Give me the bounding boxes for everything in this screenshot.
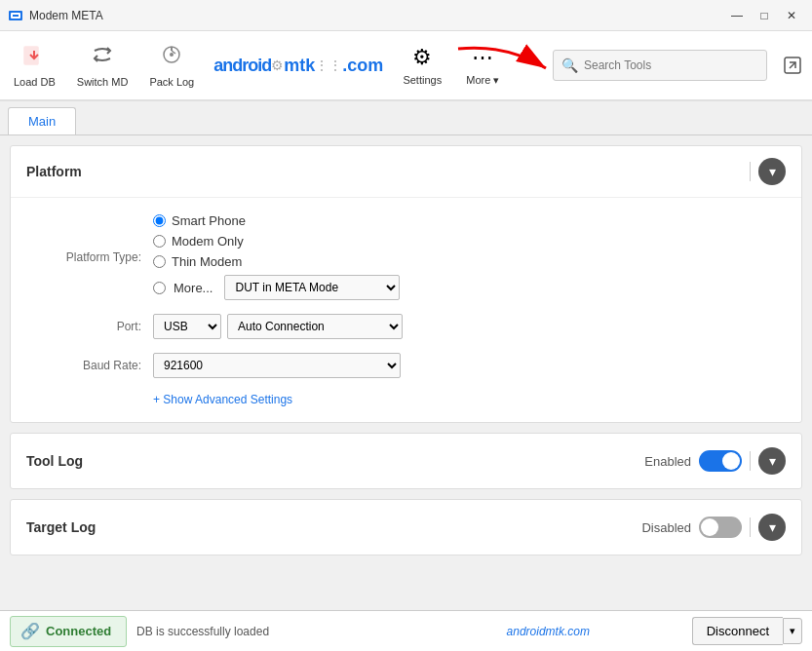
search-box[interactable]: 🔍 (553, 50, 767, 81)
baud-rate-label: Baud Rate: (34, 359, 141, 372)
status-message: DB is successfully loaded (136, 625, 405, 638)
tool-log-divider (750, 451, 751, 471)
port-row: Port: USB Auto Connection (34, 314, 778, 339)
status-logo: androidmtk.com (414, 625, 682, 638)
title-bar: Modem META — □ ✕ (0, 0, 812, 31)
toolbar: Load DB Switch MD (0, 31, 812, 101)
disconnect-button[interactable]: Disconnect (692, 617, 783, 645)
radio-modem-only[interactable]: Modem Only (153, 234, 400, 249)
panel-divider (750, 162, 751, 181)
load-db-icon (22, 43, 46, 72)
tool-log-panel: Tool Log Enabled ▾ (10, 433, 802, 489)
toolbar-load-db[interactable]: Load DB (4, 34, 65, 96)
load-db-label: Load DB (14, 76, 56, 88)
search-input[interactable] (584, 58, 758, 72)
platform-type-row: Platform Type: Smart Phone (34, 213, 778, 300)
radio-more-row: More... DUT in META Mode (153, 275, 400, 300)
disconnect-dropdown-button[interactable]: ▾ (783, 618, 802, 644)
tool-log-header: Tool Log Enabled ▾ (11, 434, 801, 488)
target-log-panel: Target Log Disabled ▾ (10, 499, 802, 555)
radio-modem-only-label: Modem Only (172, 234, 244, 249)
toolbar-more[interactable]: ⋯ More ▾ (453, 34, 512, 96)
radio-modem-only-input[interactable] (153, 235, 166, 248)
auto-connection-select[interactable]: Auto Connection (227, 314, 403, 339)
target-log-toggle[interactable] (699, 517, 742, 538)
platform-panel-body: Platform Type: Smart Phone (11, 198, 801, 422)
toolbar-switch-md[interactable]: Switch MD (67, 34, 138, 96)
baud-rate-row: Baud Rate: 921600 (34, 353, 778, 378)
search-icon: 🔍 (561, 57, 578, 73)
switch-md-label: Switch MD (77, 76, 129, 88)
minimize-button[interactable]: — (724, 5, 750, 26)
tool-log-toggle[interactable] (699, 450, 742, 472)
maximize-button[interactable]: □ (752, 5, 777, 26)
main-content: Platform ▾ Platform Type: S (0, 135, 812, 610)
advanced-settings-link[interactable]: + Show Advanced Settings (153, 393, 292, 406)
target-log-header: Target Log Disabled ▾ (11, 500, 801, 555)
target-log-divider (750, 517, 751, 537)
settings-label: Settings (403, 74, 442, 86)
target-log-status: Disabled (641, 520, 691, 535)
radio-smart-phone[interactable]: Smart Phone (153, 213, 400, 228)
radio-smart-phone-label: Smart Phone (172, 213, 246, 228)
tool-log-expand-btn[interactable]: ▾ (758, 447, 786, 475)
platform-panel-header: Platform ▾ (11, 146, 801, 198)
tab-main[interactable]: Main (8, 107, 76, 134)
platform-panel-toggle[interactable]: ▾ (758, 158, 786, 185)
tabs-bar: Main (0, 101, 812, 135)
tool-log-status: Enabled (644, 454, 691, 469)
port-select[interactable]: USB (153, 314, 221, 339)
window-title: Modem META (29, 9, 724, 22)
radio-more-input[interactable] (153, 282, 166, 294)
close-button[interactable]: ✕ (779, 5, 804, 26)
export-button[interactable] (777, 50, 808, 81)
connected-icon: 🔗 (20, 622, 40, 640)
svg-rect-2 (13, 15, 19, 17)
app-icon (8, 8, 23, 23)
pack-log-label: Pack Log (149, 76, 194, 88)
baud-rate-select[interactable]: 921600 (153, 353, 401, 378)
more-icon: ⋯ (472, 45, 493, 70)
target-log-title: Target Log (26, 519, 641, 535)
radio-more-label: More... (174, 281, 213, 295)
radio-thin-modem[interactable]: Thin Modem (153, 254, 400, 269)
pack-log-icon (160, 43, 183, 72)
radio-thin-modem-input[interactable] (153, 255, 166, 268)
port-group: USB Auto Connection (153, 314, 403, 339)
platform-type-options: Smart Phone Modem Only T (153, 213, 400, 300)
switch-md-icon (91, 43, 114, 72)
target-log-expand-btn[interactable]: ▾ (758, 514, 786, 541)
connected-label: Connected (46, 624, 111, 638)
window-controls: — □ ✕ (724, 5, 804, 26)
settings-icon: ⚙ (412, 45, 432, 70)
status-bar: 🔗 Connected DB is successfully loaded an… (0, 610, 812, 651)
svg-point-8 (170, 53, 174, 57)
more-dropdown[interactable]: DUT in META Mode (224, 275, 400, 300)
platform-panel-title: Platform (26, 164, 750, 179)
platform-panel: Platform ▾ Platform Type: S (10, 145, 802, 423)
target-log-toggle-knob (701, 518, 718, 536)
svg-line-10 (790, 62, 795, 68)
toolbar-settings[interactable]: ⚙ Settings (393, 34, 451, 96)
connection-status: 🔗 Connected (10, 616, 127, 647)
tool-log-toggle-knob (722, 452, 740, 470)
disconnect-group: Disconnect ▾ (692, 617, 802, 645)
platform-type-label: Platform Type: (34, 250, 141, 264)
more-label: More ▾ (466, 74, 499, 87)
tool-log-title: Tool Log (26, 453, 644, 469)
toolbar-pack-log[interactable]: Pack Log (139, 34, 204, 96)
radio-thin-modem-label: Thin Modem (172, 254, 242, 269)
radio-smart-phone-input[interactable] (153, 214, 166, 227)
brand-logo: android ⚙ mtk ⋮⋮ .com (206, 56, 391, 76)
port-label: Port: (34, 320, 141, 333)
